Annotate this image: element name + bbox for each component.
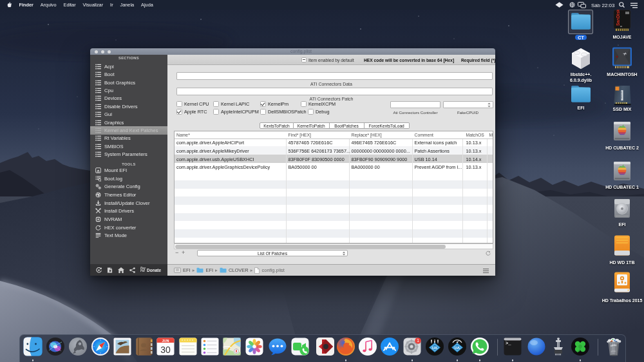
svg-text:UA: UA [432, 346, 437, 350]
svg-text:JUN: JUN [162, 339, 169, 343]
svg-text:>_: >_ [506, 341, 511, 346]
svg-text:SAMSUNG: SAMSUNG [620, 91, 623, 99]
svg-text:SanDisk: SanDisk [616, 10, 620, 26]
svg-text:UA: UA [455, 346, 460, 350]
svg-text:1: 1 [417, 338, 419, 343]
svg-text:30: 30 [160, 345, 171, 355]
